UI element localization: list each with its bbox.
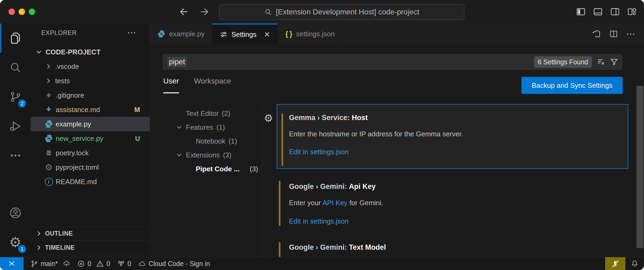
source-control-badge: 2: [17, 99, 27, 108]
account-icon: [9, 207, 22, 219]
split-editor-icon[interactable]: [609, 29, 618, 38]
edit-in-settings-json-link[interactable]: Edit in settings.json: [289, 217, 623, 225]
search-icon: [9, 61, 22, 74]
toc-item-extensions[interactable]: Extensions (3): [150, 148, 262, 162]
activity-bar: 2 ⚙ 1: [0, 23, 31, 257]
tab-settings-json[interactable]: { } settings.json: [278, 23, 342, 44]
python-icon: [44, 134, 53, 143]
broadcast-tower-icon: [117, 260, 125, 268]
folder-row-vscode[interactable]: .vscode: [31, 59, 150, 74]
activitybar-run-debug[interactable]: [0, 112, 31, 141]
tab-settings[interactable]: Settings ✕: [212, 23, 278, 44]
scrollbar[interactable]: [637, 86, 643, 248]
problems-status-item[interactable]: 0 0: [77, 260, 110, 268]
api-key-link[interactable]: API Key: [323, 199, 348, 207]
back-arrow-icon[interactable]: [178, 6, 189, 17]
modified-indicator: [279, 242, 280, 257]
toc-item-text-editor[interactable]: Text Editor (2): [150, 106, 262, 120]
file-name: poetry.lock: [56, 149, 89, 157]
file-name: pyproject.toml: [56, 163, 99, 172]
chevron-right-icon: [44, 62, 52, 70]
settings-sliders-icon: [220, 30, 228, 38]
file-row-readme[interactable]: i README.md: [31, 174, 150, 189]
file-row-pyproject[interactable]: ⚙ pyproject.toml: [31, 160, 150, 174]
setting-gemma-service-host[interactable]: Gemma › Service: Host Enter the hostname…: [277, 104, 628, 169]
activitybar-more-views[interactable]: [0, 141, 31, 170]
tab-label: Settings: [231, 30, 256, 39]
git-branch-icon: [30, 260, 38, 268]
close-window-button[interactable]: [9, 9, 15, 15]
outline-section-header[interactable]: OUTLINE: [31, 226, 150, 240]
sidebar-sections: OUTLINE TIMELINE: [31, 226, 150, 255]
editor-area: example.py Settings ✕ { } settings.json: [150, 23, 644, 257]
broadcast-status-item[interactable]: 0: [117, 260, 131, 268]
remote-indicator-button[interactable]: [0, 257, 23, 270]
file-row-poetry-lock[interactable]: poetry.lock: [31, 146, 150, 160]
toggle-secondary-sidebar-icon[interactable]: [610, 7, 620, 17]
minimize-window-button[interactable]: [19, 9, 25, 15]
window-title: [Extension Development Host] code-projec…: [276, 8, 419, 16]
tab-example-py[interactable]: example.py: [150, 23, 212, 44]
open-settings-json-icon[interactable]: [592, 29, 601, 38]
file-name: new_service.py: [56, 134, 103, 143]
settings-editor: pipet 6 Settings Found User Workspace: [150, 44, 644, 257]
toggle-primary-sidebar-icon[interactable]: [576, 7, 586, 17]
activitybar-settings[interactable]: ⚙ 1: [0, 228, 31, 257]
toggle-panel-icon[interactable]: [593, 7, 603, 17]
toc-count: (2): [222, 109, 230, 118]
customize-layout-icon[interactable]: [627, 7, 637, 17]
toc-item-pipet-code[interactable]: Pipet Code ... (3): [150, 162, 262, 176]
branch-status-item[interactable]: main*: [30, 260, 70, 268]
file-row-gitignore[interactable]: .gitignore: [31, 88, 150, 102]
file-row-new-service[interactable]: new_service.py U: [31, 131, 150, 146]
toc-count: (3): [250, 165, 258, 173]
setting-description: Enter your API Key for Gemini.: [289, 199, 623, 207]
toc-label: Features: [186, 123, 213, 132]
copilot-status-button[interactable]: [605, 257, 625, 270]
toc-item-notebook[interactable]: Notebook (1): [150, 134, 262, 148]
chevron-down-icon: [175, 123, 183, 131]
file-name: README.md: [56, 178, 97, 186]
cloud-code-status-item[interactable]: Cloud Code - Sign in: [138, 260, 210, 268]
folder-name: tests: [55, 77, 70, 85]
titlebar: [Extension Development Host] code-projec…: [0, 0, 644, 23]
activitybar-account[interactable]: [0, 198, 31, 228]
vscode-window: [Extension Development Host] code-projec…: [0, 0, 644, 270]
active-indicator: [0, 23, 1, 53]
setting-gear-icon[interactable]: ⚙: [264, 113, 273, 123]
tree-root-row[interactable]: CODE-PROJECT: [31, 45, 150, 59]
scope-tab-user[interactable]: User: [163, 77, 179, 93]
folder-name: .vscode: [55, 62, 79, 71]
workbench: 2 ⚙ 1: [0, 23, 644, 257]
forward-arrow-icon[interactable]: [199, 6, 210, 17]
file-row-assistance[interactable]: assistance.md M: [31, 102, 150, 117]
settings-search-input[interactable]: pipet: [167, 57, 187, 67]
section-label: OUTLINE: [45, 230, 73, 237]
file-row-example[interactable]: example.py: [31, 117, 150, 131]
warning-count: 0: [107, 260, 110, 268]
timeline-section-header[interactable]: TIMELINE: [31, 240, 150, 255]
chevron-right-icon: [44, 77, 52, 85]
toc-item-features[interactable]: Features (1): [150, 120, 262, 134]
activitybar-source-control[interactable]: 2: [0, 82, 31, 112]
toc-splitter[interactable]: [262, 104, 262, 257]
more-actions-icon[interactable]: ⋯: [127, 27, 137, 38]
chevron-down-icon: [175, 151, 183, 159]
scope-tab-workspace[interactable]: Workspace: [194, 77, 231, 93]
folder-row-tests[interactable]: tests: [31, 74, 150, 88]
activitybar-search[interactable]: [0, 53, 31, 82]
root-folder-name: CODE-PROJECT: [46, 48, 101, 56]
edit-in-settings-json-link[interactable]: Edit in settings.json: [289, 148, 622, 156]
tab-bar: example.py Settings ✕ { } settings.json: [150, 23, 644, 44]
command-center[interactable]: [Extension Development Host] code-projec…: [219, 4, 464, 20]
activitybar-explorer[interactable]: [0, 23, 31, 53]
git-status-badge: U: [135, 134, 140, 143]
explorer-sidebar: EXPLORER ⋯ CODE-PROJECT .vscode: [31, 23, 150, 257]
setting-google-gemini-api-key[interactable]: Google › Gemini: Api Key Enter your API …: [277, 176, 628, 229]
file-name: assistance.md: [56, 106, 100, 114]
setting-google-gemini-text-model[interactable]: Google › Gemini: Text Model: [277, 240, 628, 257]
zoom-window-button[interactable]: [29, 9, 35, 15]
settings-toc: Text Editor (2) Features (1) Notebook (1…: [150, 106, 262, 176]
notifications-item[interactable]: [625, 257, 644, 270]
close-icon[interactable]: ✕: [264, 30, 270, 39]
